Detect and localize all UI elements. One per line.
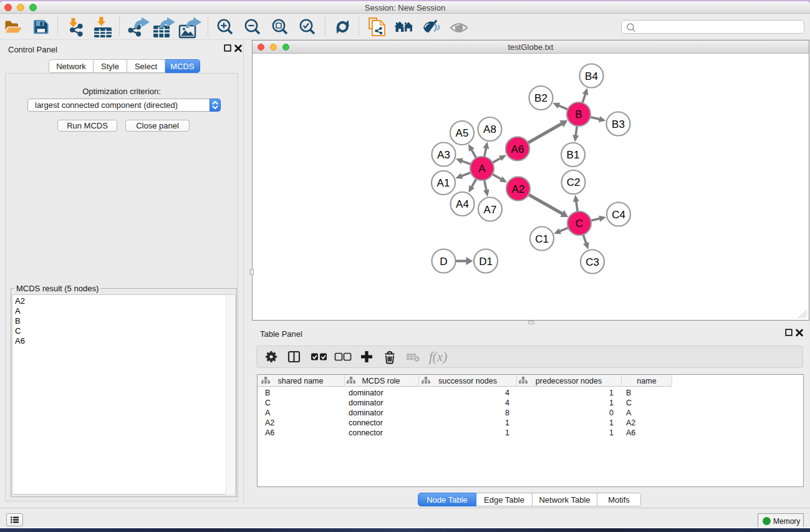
svg-text:dominator: dominator [349, 409, 383, 417]
svg-text:A1: A1 [437, 177, 450, 189]
svg-text:f(x): f(x) [429, 349, 447, 364]
svg-text:dominator: dominator [349, 389, 383, 397]
svg-text:D1: D1 [479, 256, 493, 268]
svg-text:MCDS role: MCDS role [362, 377, 400, 385]
svg-text:connector: connector [349, 418, 383, 427]
svg-text:A7: A7 [484, 204, 497, 216]
svg-text:A: A [478, 163, 486, 175]
svg-text:A2: A2 [512, 183, 525, 195]
svg-text:A5: A5 [456, 127, 469, 139]
svg-text:1: 1 [505, 418, 509, 427]
svg-text:C: C [265, 399, 271, 407]
svg-text:dominator: dominator [349, 399, 383, 407]
svg-text:C: C [626, 399, 632, 407]
svg-text:A4: A4 [456, 198, 469, 210]
svg-text:A8: A8 [483, 123, 496, 135]
svg-text:C1: C1 [535, 233, 549, 245]
svg-text:name: name [637, 377, 656, 385]
svg-text:1: 1 [609, 428, 614, 437]
svg-text:predecessor nodes: predecessor nodes [536, 377, 602, 385]
svg-text:A2: A2 [265, 418, 274, 427]
svg-text:A6: A6 [626, 428, 635, 437]
svg-text:A: A [626, 409, 632, 417]
svg-text:B3: B3 [612, 118, 625, 130]
svg-text:B1: B1 [567, 149, 580, 161]
svg-text:4: 4 [505, 399, 509, 407]
svg-text:A6: A6 [265, 428, 274, 437]
svg-text:B: B [626, 389, 631, 397]
svg-text:4: 4 [505, 389, 509, 397]
svg-text:A2: A2 [626, 418, 635, 427]
svg-text:1: 1 [505, 428, 509, 437]
svg-text:C: C [576, 218, 583, 230]
svg-text:connector: connector [349, 428, 383, 437]
svg-text:1: 1 [609, 389, 614, 397]
svg-text:D: D [440, 256, 447, 268]
svg-text:B2: B2 [534, 92, 547, 104]
svg-text:shared name: shared name [278, 377, 324, 385]
svg-text:A3: A3 [437, 149, 450, 161]
svg-text:C2: C2 [567, 177, 581, 188]
svg-text:B: B [265, 389, 270, 397]
svg-text:successor nodes: successor nodes [438, 377, 497, 385]
svg-text:A: A [265, 409, 271, 417]
svg-text:1: 1 [609, 418, 614, 427]
svg-text:8: 8 [505, 409, 509, 417]
svg-text:A6: A6 [511, 143, 524, 155]
svg-text:C3: C3 [586, 256, 599, 268]
svg-text:B: B [575, 109, 582, 120]
svg-text:0: 0 [609, 409, 614, 417]
svg-text:B4: B4 [585, 70, 598, 82]
svg-text:C4: C4 [612, 209, 625, 221]
svg-text:1: 1 [609, 399, 614, 407]
